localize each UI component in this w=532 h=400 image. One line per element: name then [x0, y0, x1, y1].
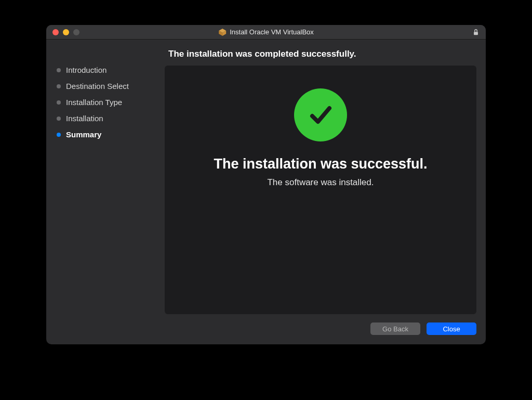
bullet-icon: [57, 100, 61, 105]
zoom-window-button: [73, 29, 79, 35]
step-introduction: Introduction: [57, 66, 165, 74]
close-button[interactable]: Close: [427, 322, 476, 335]
installer-window: Install Oracle VM VirtualBox The install…: [46, 25, 486, 344]
bullet-icon: [57, 68, 61, 72]
page-heading: The installation was completed successfu…: [168, 40, 486, 66]
titlebar: Install Oracle VM VirtualBox: [46, 25, 486, 40]
step-label: Destination Select: [66, 82, 129, 91]
step-label: Installation Type: [66, 98, 122, 107]
upper-section: The installation was completed successfu…: [46, 40, 486, 314]
traffic-lights: [52, 29, 79, 35]
window-title: Install Oracle VM VirtualBox: [230, 28, 314, 36]
success-check-icon: [294, 88, 347, 141]
step-summary: Summary: [57, 130, 165, 139]
step-destination-select: Destination Select: [57, 82, 165, 91]
bullet-icon: [57, 117, 61, 121]
go-back-button[interactable]: Go Back: [370, 322, 420, 335]
lock-icon: [472, 29, 480, 36]
main-row: Introduction Destination Select Installa…: [46, 66, 486, 314]
step-installation: Installation: [57, 114, 165, 123]
content-area: The installation was completed successfu…: [46, 40, 486, 344]
step-label: Installation: [66, 114, 103, 123]
svg-rect-3: [474, 32, 478, 35]
close-window-button[interactable]: [52, 29, 59, 35]
success-subtitle: The software was installed.: [267, 177, 374, 188]
steps-sidebar: Introduction Destination Select Installa…: [50, 66, 165, 314]
result-panel: The installation was successful. The sof…: [165, 66, 476, 314]
step-installation-type: Installation Type: [57, 98, 165, 107]
bullet-icon: [57, 84, 61, 88]
step-label: Summary: [66, 130, 101, 139]
success-title: The installation was successful.: [214, 156, 427, 172]
window-title-group: Install Oracle VM VirtualBox: [218, 28, 314, 36]
bullet-icon: [57, 133, 61, 137]
step-label: Introduction: [66, 66, 107, 74]
footer-buttons: Go Back Close: [46, 314, 486, 344]
package-icon: [218, 28, 227, 36]
minimize-window-button[interactable]: [63, 29, 69, 35]
